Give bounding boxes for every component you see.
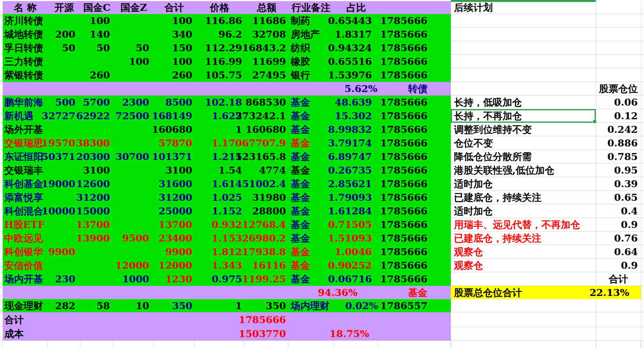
- empty-cell-sanli-sliver[interactable]: [0, 55, 3, 68]
- empty-cell-anxin-sliver[interactable]: [0, 259, 3, 272]
- cell-xianjin-extra[interactable]: 1786557: [379, 299, 451, 312]
- cell-kechuangyinhua-ky[interactable]: 9900: [48, 245, 80, 259]
- cell-kechuangjijin-total[interactable]: 51002.4: [245, 177, 288, 191]
- cell-xianjin-gjz[interactable]: 10: [113, 299, 154, 312]
- cell-dongzheng-hj[interactable]: 101371: [154, 150, 194, 164]
- empty-cell-heji-sliver2[interactable]: [641, 312, 644, 327]
- empty-cell-sanli-note[interactable]: [451, 55, 596, 68]
- cell-zhongou-price[interactable]: 1.153: [194, 231, 245, 245]
- cell-jichuan-price[interactable]: 116.86: [194, 14, 245, 28]
- cell-anxin-ratio[interactable]: 0.90252: [333, 259, 379, 272]
- cell-jiaoyinruisi-pos[interactable]: 0.886: [596, 136, 641, 150]
- cell-penghua-hj[interactable]: 8500: [154, 96, 194, 109]
- cell-kechuangyinhua-name[interactable]: 科创银华: [3, 245, 48, 259]
- cell-chengdi-ky[interactable]: 200: [48, 28, 80, 41]
- cell-jiaoyinruifeng-extra[interactable]: 1785666: [379, 164, 451, 177]
- cell-ziyin-price[interactable]: 105.75: [194, 68, 245, 82]
- cell-kechuanghunhe-price[interactable]: 1.152: [194, 204, 245, 218]
- cell-kechuangyinhua-extra[interactable]: 1785666: [379, 245, 451, 259]
- empty-cell-sep-bond-sliver[interactable]: [0, 82, 3, 96]
- cell-jiaoyinruisi-extra[interactable]: 1785666: [379, 136, 451, 150]
- cell-hgu-etf-total[interactable]: 12768.4: [245, 218, 288, 231]
- cell-jiaoyinruisi-hj[interactable]: 57870: [154, 136, 194, 150]
- cell-tianfu-total[interactable]: 31980: [245, 191, 288, 204]
- empty-cell-blank-total[interactable]: [245, 341, 288, 348]
- cell-sanli-price[interactable]: 116.99: [194, 55, 245, 68]
- cell-heji-total[interactable]: 1785666: [245, 312, 288, 327]
- cell-kechuangyinhua-note[interactable]: 观察仓: [451, 245, 596, 259]
- cell-penghua-ky[interactable]: 500: [48, 96, 80, 109]
- empty-cell-zhongou-sliver2[interactable]: [641, 231, 644, 245]
- empty-cell-kechuanghunhe-sliver2[interactable]: [641, 204, 644, 218]
- cell-xianjin-hj[interactable]: 350: [154, 299, 194, 312]
- empty-cell-hgu-etf-sliver[interactable]: [0, 218, 3, 231]
- cell-changnei-ky[interactable]: 230: [48, 272, 80, 286]
- cell-changnei-name[interactable]: 场内开基: [3, 272, 48, 286]
- empty-cell-heji-sliver[interactable]: [0, 312, 3, 327]
- cell-penghua-gjc[interactable]: 5700: [80, 96, 113, 109]
- cell-header-note[interactable]: 后续计划: [451, 1, 596, 14]
- cell-sep-bond-ratio[interactable]: 5.62%: [333, 82, 379, 96]
- cell-penghua-note[interactable]: 长持，低吸加仓: [451, 96, 596, 109]
- cell-jiaoyinruifeng-ind[interactable]: 基金: [288, 164, 333, 177]
- cell-dongzheng-total[interactable]: 123165.8: [245, 150, 288, 164]
- empty-cell-anxin-sliver2[interactable]: [641, 259, 644, 272]
- empty-cell-sanli-pos[interactable]: [596, 55, 641, 68]
- empty-cell-dongzheng-sliver2[interactable]: [641, 150, 644, 164]
- cell-chengben-ratio[interactable]: 18.75%: [333, 327, 379, 341]
- cell-xianjin-price[interactable]: 1: [194, 299, 245, 312]
- empty-cell-blank-gjz[interactable]: [113, 341, 154, 348]
- cell-dongzheng-extra[interactable]: 1785666: [379, 150, 451, 164]
- cell-changnei-extra[interactable]: 1785666: [379, 272, 451, 286]
- cell-jiaoyinruifeng-price[interactable]: 1.54: [194, 164, 245, 177]
- cell-sep-bond-extra[interactable]: 转债: [379, 82, 451, 96]
- empty-cell-blank-pos[interactable]: [596, 341, 641, 348]
- cell-penghua-ratio[interactable]: 48.639: [333, 96, 379, 109]
- cell-dongzheng-pos[interactable]: 0.785: [596, 150, 641, 164]
- cell-header-gjz[interactable]: 国金Z: [113, 1, 154, 14]
- empty-cell-furi-note[interactable]: [451, 41, 596, 55]
- cell-furi-gjz[interactable]: 50: [113, 41, 154, 55]
- empty-cell-chengben-sliver2[interactable]: [641, 327, 644, 341]
- empty-cell-blank-hj[interactable]: [154, 341, 194, 348]
- cell-kechuangyinhua-ratio[interactable]: 1.0046: [333, 245, 379, 259]
- empty-cell-changnei-sliver[interactable]: [0, 272, 3, 286]
- cell-xinjiyu-pos[interactable]: 0.12: [596, 109, 641, 123]
- cell-kechuangjijin-ratio[interactable]: 2.85621: [333, 177, 379, 191]
- cell-chengdi-total[interactable]: 32708: [245, 28, 288, 41]
- cell-chengben-name[interactable]: 成本: [3, 327, 48, 341]
- cell-sanli-hj[interactable]: 100: [154, 55, 194, 68]
- cell-anxin-total[interactable]: 16116: [245, 259, 288, 272]
- cell-kechuangyinhua-pos[interactable]: 0.64: [596, 245, 641, 259]
- cell-sep-fund-pos[interactable]: 22.13%: [596, 286, 641, 299]
- cell-sanli-ratio[interactable]: 0.65516: [333, 55, 379, 68]
- empty-cell-ziyin-sliver2[interactable]: [641, 68, 644, 82]
- cell-penghua-extra[interactable]: 1785666: [379, 96, 451, 109]
- cell-xinjiyu-total[interactable]: 273242.1: [245, 109, 288, 123]
- empty-cell-sanli-sliver2[interactable]: [641, 55, 644, 68]
- cell-header-gjc[interactable]: 国金C: [80, 1, 113, 14]
- empty-cell-zhongou-sliver[interactable]: [0, 231, 3, 245]
- cell-xinjiyu-extra[interactable]: 1785666: [379, 109, 451, 123]
- cell-furi-extra[interactable]: 1785666: [379, 41, 451, 55]
- cell-header-ratio[interactable]: 占比: [333, 1, 379, 14]
- empty-cell-changnei-sliver2[interactable]: [641, 272, 644, 286]
- cell-tianfu-hj[interactable]: 31200: [154, 191, 194, 204]
- empty-cell-heji-pos[interactable]: [596, 312, 641, 327]
- cell-chengdi-ratio[interactable]: 1.8317: [333, 28, 379, 41]
- cell-kechuanghunhe-note[interactable]: 适时加仓: [451, 204, 596, 218]
- cell-kechuanghunhe-ind[interactable]: 基金: [288, 204, 333, 218]
- cell-anxin-price[interactable]: 1.343: [194, 259, 245, 272]
- cell-jiaoyinruisi-ind[interactable]: 基金: [288, 136, 333, 150]
- cell-kechuangjijin-gjc[interactable]: 12600: [80, 177, 113, 191]
- empty-cell-xianjin-sliver[interactable]: [0, 299, 3, 312]
- cell-furi-price[interactable]: 112.29: [194, 41, 245, 55]
- cell-xinjiyu-note[interactable]: 长持，不再加仓: [451, 109, 596, 123]
- cell-hgu-etf-price[interactable]: 0.932: [194, 218, 245, 231]
- cell-furi-gjc[interactable]: 50: [80, 41, 113, 55]
- cell-header-name[interactable]: 名 称: [3, 1, 48, 14]
- empty-cell-ziyin-pos[interactable]: [596, 68, 641, 82]
- cell-kechuangjijin-ky[interactable]: 19000: [48, 177, 80, 191]
- cell-furi-ind[interactable]: 纺织: [288, 41, 333, 55]
- cell-changnei-pos[interactable]: 合计: [596, 272, 641, 286]
